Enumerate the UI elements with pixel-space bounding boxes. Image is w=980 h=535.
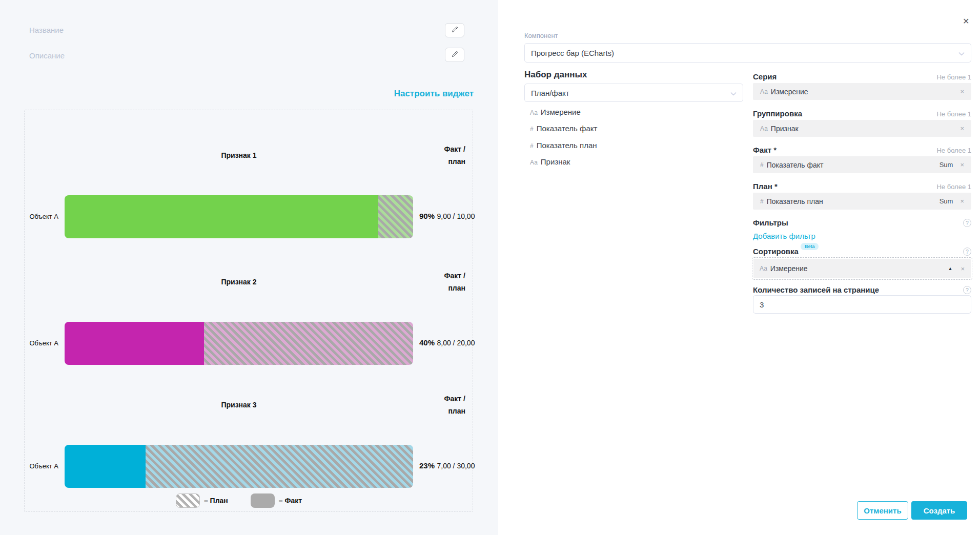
legend-item-fact: – Факт — [251, 493, 302, 508]
remove-field-icon[interactable]: × — [960, 161, 964, 168]
dataset-field-izmerenie[interactable]: АаИзмерение — [530, 105, 581, 120]
remove-field-icon[interactable]: × — [960, 198, 964, 204]
string-type-icon: Аа — [760, 125, 768, 132]
chart-row: Факт / план Признак 3 Объект А 23% 7,00 … — [25, 390, 465, 498]
fact-plan-header-line1: Факт / — [444, 395, 465, 403]
widget-name-placeholder[interactable]: Название — [29, 26, 64, 34]
group-title: Признак 2 — [65, 278, 413, 286]
dataset-title: Набор данных — [524, 70, 587, 80]
fact-plan-header-line1: Факт / — [444, 145, 465, 153]
chart-row: Факт / план Признак 2 Объект А 40% 8,00 … — [25, 268, 465, 375]
add-filter-link[interactable]: Добавить фильтр — [753, 232, 815, 240]
progress-bar — [65, 322, 413, 365]
progress-bar — [65, 195, 413, 238]
component-select[interactable]: Прогресс бар (ECharts) — [524, 43, 971, 63]
edit-description-button[interactable] — [445, 48, 464, 62]
component-select-value: Прогресс бар (ECharts) — [531, 49, 958, 57]
dataset-field-pokazatel-fakt[interactable]: #Показатель факт — [530, 121, 597, 136]
remove-field-icon[interactable]: × — [960, 88, 964, 95]
sorting-title: Сортировка — [753, 247, 799, 256]
number-type-icon: # — [530, 142, 534, 150]
configure-widget-link[interactable]: Настроить виджет — [394, 89, 474, 99]
edit-name-button[interactable] — [445, 23, 464, 37]
slot-chip-seriya[interactable]: Аа Измерение × — [753, 83, 971, 100]
fact-plan-header-line2: план — [448, 407, 465, 415]
widget-description-placeholder[interactable]: Описание — [29, 51, 65, 60]
help-icon[interactable]: ? — [963, 219, 971, 227]
chart-legend: – План – Факт — [65, 493, 413, 508]
group-title: Признак 1 — [65, 151, 413, 159]
bar-plan-hatch — [146, 445, 413, 488]
sorting-chip-izmerenie[interactable]: Аа Измерение ▲ × — [753, 259, 971, 278]
chevron-down-icon — [730, 89, 737, 97]
number-type-icon: # — [760, 198, 764, 205]
sort-ascending-icon[interactable]: ▲ — [948, 266, 952, 271]
percent-value: 90% — [419, 212, 435, 220]
field-name: Признак — [541, 157, 570, 166]
plan-hatch-swatch — [176, 493, 200, 508]
value-label: 23% 7,00 / 30,00 — [419, 461, 475, 470]
chip-field-name: Признак — [771, 125, 961, 133]
field-name: Показатель факт — [537, 124, 598, 133]
chip-field-name: Показатель факт — [767, 161, 940, 169]
slot-limit: Не более 1 — [936, 183, 971, 191]
legend-item-plan: – План — [176, 493, 228, 508]
remove-field-icon[interactable]: × — [961, 265, 965, 272]
chip-field-name: Показатель план — [767, 197, 940, 205]
legend-label: – План — [204, 497, 228, 505]
object-label: Объект А — [25, 339, 58, 347]
slot-limit: Не более 1 — [936, 110, 971, 118]
slot-chip-gruppirovka[interactable]: Аа Признак × — [753, 120, 971, 137]
remove-field-icon[interactable]: × — [960, 125, 964, 132]
dataset-field-priznak[interactable]: АаПризнак — [530, 154, 570, 170]
dataset-field-pokazatel-plan[interactable]: #Показатель план — [530, 138, 597, 153]
aggregation-selector[interactable]: Sum — [940, 197, 953, 205]
number-type-icon: # — [760, 161, 764, 169]
widget-config-panel: ✕ Компонент Прогресс бар (ECharts) Набор… — [498, 0, 980, 535]
slot-header: Серия Не более 1 — [753, 72, 971, 81]
object-label: Объект А — [25, 462, 58, 470]
chip-field-name: Измерение — [770, 264, 948, 273]
aggregation-selector[interactable]: Sum — [940, 161, 953, 169]
slot-limit: Не более 1 — [936, 73, 971, 81]
bar-plan-hatch — [204, 322, 413, 365]
beta-badge: Beta — [801, 243, 819, 250]
pencil-icon — [451, 26, 459, 35]
slot-label-plan: План * — [753, 182, 778, 191]
close-icon[interactable]: ✕ — [963, 17, 969, 26]
number-type-icon: # — [530, 126, 534, 133]
filters-title: Фильтры — [753, 218, 788, 227]
fact-plan-values: 7,00 / 30,00 — [437, 462, 475, 470]
chart-row: Факт / план Признак 1 Объект А 90% 9,00 … — [25, 141, 465, 249]
dataset-select[interactable]: План/факт — [524, 84, 743, 102]
fact-plan-header-line2: план — [448, 284, 465, 292]
string-type-icon: Аа — [530, 159, 538, 166]
component-label: Компонент — [524, 32, 558, 39]
dataset-select-value: План/факт — [531, 89, 730, 97]
fact-plan-header-line2: план — [448, 157, 465, 166]
cancel-button[interactable]: Отменить — [857, 501, 908, 520]
chart-preview: Факт / план Признак 1 Объект А 90% 9,00 … — [24, 110, 473, 512]
string-type-icon: Аа — [760, 265, 767, 272]
help-icon[interactable]: ? — [963, 286, 971, 294]
percent-value: 40% — [419, 338, 435, 347]
slot-label-seriya: Серия — [753, 72, 777, 81]
slot-chip-plan[interactable]: # Показатель план Sum × — [753, 193, 971, 210]
pencil-icon — [451, 50, 459, 60]
page-size-input[interactable] — [753, 295, 971, 314]
fact-solid-swatch — [251, 493, 275, 508]
bar-fact-solid — [65, 195, 378, 238]
bar-plan-hatch — [378, 195, 413, 238]
fact-plan-header-line1: Факт / — [444, 272, 465, 280]
value-label: 40% 8,00 / 20,00 — [419, 338, 475, 347]
value-label: 90% 9,00 / 10,00 — [419, 212, 475, 221]
chip-field-name: Измерение — [771, 88, 961, 96]
help-icon[interactable]: ? — [963, 248, 971, 256]
slot-header: План * Не более 1 — [753, 182, 971, 191]
slot-label-fakt: Факт * — [753, 146, 777, 154]
sorting-drop-zone[interactable]: Аа Измерение ▲ × — [752, 257, 972, 280]
slot-chip-fakt[interactable]: # Показатель факт Sum × — [753, 156, 971, 173]
percent-value: 23% — [419, 461, 435, 470]
slot-label-gruppirovka: Группировка — [753, 109, 802, 118]
create-button[interactable]: Создать — [911, 501, 967, 520]
